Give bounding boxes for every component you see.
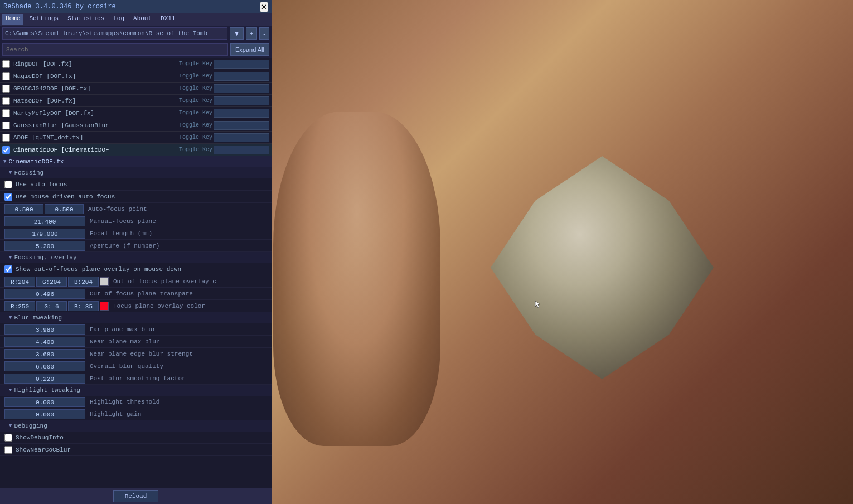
- toggle-key-input[interactable]: [214, 146, 269, 154]
- search-bar: Expand All: [0, 41, 272, 58]
- param-slider-aperture[interactable]: 5.200: [4, 241, 85, 251]
- close-button[interactable]: ✕: [260, 2, 268, 12]
- section-header-cinemadof[interactable]: ▼ CinematicDOF.fx: [0, 156, 272, 167]
- effect-checkbox-ringdof[interactable]: [2, 60, 10, 68]
- param-checkbox-show-debug[interactable]: [4, 434, 12, 442]
- param-label-mouse-autofocus: Use mouse-driven auto-focus: [16, 193, 267, 200]
- path-bar: ▼ + -: [0, 26, 272, 41]
- toggle-key-label: Toggle Key: [179, 122, 212, 128]
- param-slider-oof-transparency[interactable]: 0.496: [4, 289, 85, 299]
- subsection-arrow: ▼: [9, 387, 12, 393]
- effect-checkbox-gp65[interactable]: [2, 85, 10, 93]
- toggle-key-label: Toggle Key: [179, 85, 212, 91]
- param-row-near-blur: 4.400 Near plane max blur: [0, 336, 272, 348]
- param-slider-highlight-gain[interactable]: 0.000: [4, 409, 85, 419]
- param-checkbox-autofocus[interactable]: [4, 181, 12, 188]
- param-slider-highlight-threshold[interactable]: 0.000: [4, 397, 85, 407]
- param-checkbox-mouse-autofocus[interactable]: [4, 193, 12, 201]
- param-label-post-blur: Post-blur smoothing factor: [90, 375, 267, 382]
- param-row-show-overlay: Show out-of-focus plane overlay on mouse…: [0, 263, 272, 275]
- path-add-button[interactable]: +: [246, 27, 257, 40]
- path-remove-button[interactable]: -: [259, 27, 269, 40]
- bottom-bar: Reload: [0, 488, 272, 504]
- param-label-edge-blur: Near plane edge blur strengt: [90, 351, 267, 357]
- effect-checkbox-adof[interactable]: [2, 134, 10, 142]
- toggle-key-label: Toggle Key: [179, 110, 212, 116]
- effect-name-martydof: MartyMcFlyDOF [DOF.fx]: [13, 110, 179, 117]
- param-slider-oof-b[interactable]: B:204: [68, 277, 99, 287]
- param-slider-edge-blur[interactable]: 3.680: [4, 349, 85, 359]
- toggle-key-input[interactable]: [214, 109, 269, 118]
- param-slider-post-blur[interactable]: 0.220: [4, 374, 85, 384]
- menu-home[interactable]: Home: [2, 14, 23, 25]
- param-row-manual-focus: 21.400 Manual-focus plane: [0, 215, 272, 227]
- menu-dx11[interactable]: DX11: [157, 14, 178, 25]
- param-slider-focal-length[interactable]: 179.000: [4, 229, 85, 239]
- subsection-debugging[interactable]: ▼ Debugging: [0, 420, 272, 432]
- param-row-aperture: 5.200 Aperture (f-number): [0, 240, 272, 252]
- subsection-highlight-tweaking[interactable]: ▼ Highlight tweaking: [0, 385, 272, 396]
- param-row-edge-blur: 3.680 Near plane edge blur strengt: [0, 348, 272, 360]
- param-row-oof-transparency: 0.496 Out-of-focus plane transpare: [0, 288, 272, 300]
- toggle-key-input[interactable]: [214, 121, 269, 130]
- param-slider-autofocus-y[interactable]: 0.500: [45, 204, 84, 214]
- toggle-key-input[interactable]: [214, 60, 269, 69]
- param-slider-focus-g[interactable]: G: 6: [36, 301, 67, 311]
- param-slider-focus-r[interactable]: R:250: [4, 301, 35, 311]
- subsection-arrow: ▼: [9, 170, 12, 176]
- menu-statistics[interactable]: Statistics: [64, 14, 108, 25]
- param-label-show-debug: ShowDebugInfo: [16, 434, 267, 441]
- toggle-key-label: Toggle Key: [179, 73, 212, 79]
- toggle-key-label: Toggle Key: [179, 147, 212, 153]
- effect-list: RingDOF [DOF.fx] Toggle Key MagicDOF [DO…: [0, 58, 272, 156]
- menu-about[interactable]: About: [130, 14, 155, 25]
- toggle-key-input[interactable]: [214, 133, 269, 142]
- effect-checkbox-cinemadof[interactable]: [2, 146, 10, 154]
- param-slider-oof-g[interactable]: G:204: [36, 277, 67, 287]
- param-label-manual-focus: Manual-focus plane: [90, 218, 267, 225]
- focus-color-swatch[interactable]: [100, 302, 109, 311]
- effect-checkbox-matsodof[interactable]: [2, 97, 10, 105]
- param-row-focus-color: R:250 G: 6 B: 35 Focus plane overlay col…: [0, 300, 272, 312]
- toggle-key-label: Toggle Key: [179, 134, 212, 140]
- param-checkbox-show-overlay[interactable]: [4, 265, 12, 273]
- param-row-post-blur: 0.220 Post-blur smoothing factor: [0, 372, 272, 385]
- param-slider-focus-b[interactable]: B: 35: [68, 301, 99, 311]
- menu-settings[interactable]: Settings: [26, 14, 62, 25]
- param-row-highlight-gain: 0.000 Highlight gain: [0, 408, 272, 420]
- param-slider-oof-r[interactable]: R:204: [4, 277, 35, 287]
- effect-checkbox-martydof[interactable]: [2, 109, 10, 117]
- effect-name-gaussianblur: GaussianBlur [GaussianBlur: [13, 122, 179, 129]
- toggle-key-label: Toggle Key: [179, 61, 212, 67]
- param-checkbox-show-near-coc[interactable]: [4, 446, 12, 454]
- param-slider-autofocus-x[interactable]: 0.500: [4, 204, 43, 214]
- toggle-key-input[interactable]: [214, 96, 269, 105]
- effect-name-gp65: GP65CJ042DOF [DOF.fx]: [13, 85, 179, 92]
- toggle-key-input[interactable]: [214, 84, 269, 93]
- toggle-key-label: Toggle Key: [179, 98, 212, 104]
- effect-checkbox-magicdof[interactable]: [2, 72, 10, 80]
- param-label-oof-color: Out-of-focus plane overlay c: [113, 278, 267, 285]
- oof-color-swatch[interactable]: [100, 277, 109, 286]
- param-slider-far-blur[interactable]: 3.980: [4, 324, 85, 335]
- expand-all-button[interactable]: Expand All: [230, 43, 269, 56]
- subsection-arrow: ▼: [9, 255, 12, 260]
- param-slider-manual-focus[interactable]: 21.400: [4, 216, 85, 226]
- subsection-focusing-overlay[interactable]: ▼ Focusing, overlay: [0, 252, 272, 263]
- menu-log[interactable]: Log: [110, 14, 128, 25]
- effect-checkbox-gaussianblur[interactable]: [2, 122, 10, 129]
- reload-button[interactable]: Reload: [113, 490, 159, 502]
- path-input[interactable]: [2, 27, 227, 40]
- search-input[interactable]: [2, 43, 228, 56]
- param-slider-near-blur[interactable]: 4.400: [4, 337, 85, 347]
- param-slider-blur-quality[interactable]: 6.000: [4, 361, 85, 371]
- effect-row: RingDOF [DOF.fx] Toggle Key: [0, 58, 272, 70]
- subsection-blur-tweaking[interactable]: ▼ Blur tweaking: [0, 312, 272, 323]
- path-dropdown-button[interactable]: ▼: [230, 27, 244, 40]
- effect-name-matsodof: MatsoDOF [DOF.fx]: [13, 98, 179, 104]
- effect-name-ringdof: RingDOF [DOF.fx]: [13, 61, 179, 67]
- param-label-show-near-coc: ShowNearCoCBlur: [16, 447, 267, 453]
- toggle-key-input[interactable]: [214, 72, 269, 81]
- subsection-focusing[interactable]: ▼ Focusing: [0, 167, 272, 178]
- param-label-oof-transparency: Out-of-focus plane transpare: [90, 290, 267, 297]
